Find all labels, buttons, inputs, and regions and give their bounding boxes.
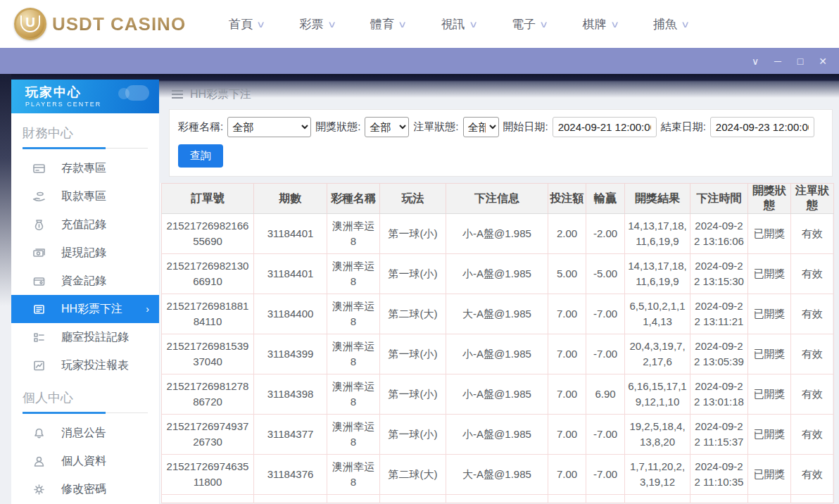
column-header: 開獎狀態 <box>748 184 791 214</box>
logo[interactable]: U USDT CASINO <box>14 8 190 40</box>
nav-item[interactable]: 視訊 ∨ <box>441 16 477 32</box>
window-minimize-icon[interactable]: ─ <box>771 56 784 67</box>
nav-item-label: 棋牌 <box>583 16 607 32</box>
nav-item[interactable]: 體育 ∨ <box>370 16 406 32</box>
table-cell: 已開獎 <box>748 214 791 254</box>
page-title: HH彩票下注 <box>190 87 251 102</box>
table-cell: 有效 <box>791 254 834 294</box>
nav-item-label: 視訊 <box>441 16 465 32</box>
table-cell: -7.00 <box>586 294 625 334</box>
draw-status-select[interactable]: 全部 <box>365 117 409 137</box>
table-cell: 已開獎 <box>748 374 791 415</box>
sidebar-sections: 財務中心 存款專區 取款專區 充值記錄 提現記錄 資金記錄 HH彩票下注 › 廳… <box>11 113 159 504</box>
table-cell: 2152172697493726730 <box>162 415 254 455</box>
sidebar-item-label: 廳室投註記錄 <box>61 330 129 345</box>
lottery-select[interactable]: 全部 <box>227 117 311 137</box>
workspace: 玩家中心 PLAYERS CENTER 財務中心 存款專區 取款專區 充值記錄 … <box>0 74 839 504</box>
sidebar-item-label: 消息公告 <box>61 426 106 441</box>
window-maximize-icon[interactable]: □ <box>794 56 807 67</box>
table-cell: 2024-09-22 11:15:37 <box>690 415 748 455</box>
menu-icon[interactable] <box>172 90 183 99</box>
sidebar-item-profile[interactable]: 個人資料 <box>11 447 159 475</box>
table-cell: 1,7,11,20,2,3,19,12 <box>625 455 690 495</box>
nav-item-label: 體育 <box>370 16 394 32</box>
chevron-down-icon: ∨ <box>469 19 478 30</box>
search-button[interactable]: 查詢 <box>178 144 223 168</box>
table-row: 215217269749372673031184377澳洲幸运8第一球(小)小-… <box>162 415 834 455</box>
table-cell: 已開獎 <box>748 334 791 374</box>
table-cell: 已開獎 <box>748 455 791 495</box>
sidebar-item-label: 修改密碼 <box>61 482 106 497</box>
sidebar-item-label: 資金記錄 <box>61 274 106 289</box>
nav-item[interactable]: 彩票 ∨ <box>300 16 336 32</box>
sidebar-item-room-bet-record[interactable]: 廳室投註記錄 <box>11 323 159 351</box>
table-cell: 14,13,17,18,11,6,19,9 <box>625 254 690 294</box>
table-cell: 第二球(大) <box>380 455 446 495</box>
table-cell: 31184377 <box>254 415 327 455</box>
sidebar-item-deposit[interactable]: 存款專區 <box>11 154 159 182</box>
nav-item[interactable]: 棋牌 ∨ <box>583 16 619 32</box>
chevron-right-icon: › <box>146 303 149 315</box>
table-cell: 31184400 <box>254 294 327 334</box>
column-header: 開獎結果 <box>625 184 690 214</box>
table-cell: 小-A盤@1.985 <box>446 214 548 254</box>
table-cell: 6,16,15,17,19,12,1,10 <box>625 374 690 415</box>
table-cell: 第二球(大) <box>380 294 446 334</box>
notice-icon <box>32 427 46 440</box>
sidebar-item-withdraw[interactable]: 取款專區 <box>11 182 159 210</box>
table-cell: 2024-09-22 13:05:39 <box>690 334 748 374</box>
end-date-input[interactable] <box>710 117 814 137</box>
window-close-icon[interactable]: ✕ <box>816 56 829 67</box>
sidebar-item-funds-record[interactable]: 資金記錄 <box>11 267 159 295</box>
window-dropdown-icon[interactable]: ∨ <box>749 56 762 67</box>
table-cell: 澳洲幸运8 <box>327 374 380 415</box>
order-status-select[interactable]: 全部 <box>463 117 499 137</box>
table-cell: 31184376 <box>254 455 327 495</box>
table-cell: 第一球(小) <box>380 415 446 455</box>
table-cell: -7.00 <box>586 415 625 455</box>
table-cell: 5.00 <box>548 254 586 294</box>
table-cell: 有效 <box>791 214 834 254</box>
table-cell: 2152172698188184110 <box>162 294 254 334</box>
sidebar-item-label: 個人資料 <box>61 454 106 469</box>
sidebar-item-recharge-record[interactable]: 充值記錄 <box>11 210 159 239</box>
sidebar-item-label: 存款專區 <box>61 161 106 176</box>
withdraw-icon <box>32 190 46 203</box>
nav-item[interactable]: 捕魚 ∨ <box>653 16 689 32</box>
table-cell: 澳洲幸运8 <box>327 455 380 495</box>
sidebar-item-password[interactable]: 修改密碼 <box>11 475 159 503</box>
table-cell: 大-A盤@1.985 <box>446 455 548 495</box>
nav-item[interactable]: 電子 ∨ <box>512 16 548 32</box>
column-header: 訂單號 <box>162 184 254 214</box>
table-cell: 澳洲幸运8 <box>327 334 380 374</box>
table-cell: 有效 <box>791 294 834 334</box>
column-header: 注單狀態 <box>791 184 834 214</box>
table-cell: 14,13,17,18,11,6,19,9 <box>625 214 690 254</box>
start-date-label: 開始日期: <box>503 120 548 134</box>
sidebar-item-withdrawal-record[interactable]: 提現記錄 <box>11 239 159 267</box>
table-cell: 7.00 <box>548 455 586 495</box>
sidebar-item-notice[interactable]: 消息公告 <box>11 419 159 447</box>
table-cell: 7.00 <box>548 374 586 415</box>
bets-table: 訂單號期數彩種名稱玩法下注信息投注額輸贏開獎結果下注時間開獎狀態注單狀態 215… <box>161 183 834 503</box>
table-cell: 19,2,5,18,4,13,8,20 <box>625 415 690 455</box>
column-header: 投注額 <box>548 184 586 214</box>
sidebar-item-lottery-bet[interactable]: HH彩票下注 › <box>11 295 159 323</box>
background-strip <box>0 74 11 306</box>
table-cell: 小-A盤@1.985 <box>446 374 548 415</box>
table-cell: 31184398 <box>254 374 327 415</box>
table-cell: 有效 <box>791 415 834 455</box>
table-cell: 2024-09-22 13:11:21 <box>690 294 748 334</box>
table-cell: 2024-09-22 13:16:06 <box>690 214 748 254</box>
table-cell: 7.00 <box>548 334 586 374</box>
column-header: 期數 <box>254 184 327 214</box>
table-row: 215217269821306691031184401澳洲幸运8第一球(小)小-… <box>162 254 834 294</box>
sidebar-item-label: 充值記錄 <box>61 218 106 232</box>
nav-item[interactable]: 首頁 ∨ <box>229 16 265 32</box>
sidebar-subtitle: PLAYERS CENTER <box>25 101 159 108</box>
sidebar-item-player-report[interactable]: 玩家投注報表 <box>11 351 159 379</box>
chevron-down-icon: ∨ <box>327 19 336 30</box>
table-cell: 有效 <box>791 334 834 374</box>
breadcrumb: HH彩票下注 <box>160 80 833 109</box>
start-date-input[interactable] <box>553 117 657 137</box>
